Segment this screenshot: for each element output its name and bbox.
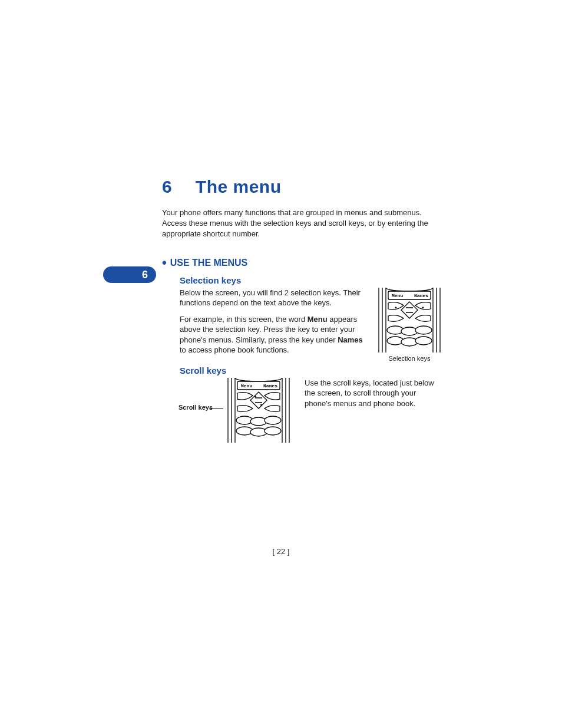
- scroll-keys-row: Scroll keys ✷ ✷: [162, 378, 445, 445]
- selection-keys-heading: Selection keys: [180, 275, 445, 285]
- svg-point-8: [415, 337, 432, 345]
- svg-point-6: [387, 337, 404, 345]
- svg-point-12: [236, 416, 253, 424]
- svg-point-5: [415, 326, 432, 334]
- svg-point-7: [401, 338, 418, 346]
- scroll-keys-text-column: Use the scroll keys, located just below …: [305, 378, 445, 415]
- phone-scroll-illustration: ✷ ✷ Menu Names: [223, 378, 294, 443]
- selection-keys-figure: ✷ ✷: [374, 288, 445, 362]
- figure-names-label: Names: [414, 293, 428, 298]
- intro-paragraph: Your phone offers many functions that ar…: [162, 207, 445, 240]
- selection-keys-text-column: Below the screen, you will find 2 select…: [180, 288, 363, 361]
- chapter-title-text: The menu: [196, 177, 282, 196]
- selection-keys-para-1: Below the screen, you will find 2 select…: [180, 288, 363, 308]
- scroll-keys-pointer-label: Scroll keys: [178, 404, 213, 411]
- scroll-keys-figure: ✷ ✷ Menu Names: [223, 378, 294, 445]
- section-heading-text: USE THE MENUS: [170, 258, 248, 268]
- scroll-keys-pointer-line: [209, 409, 223, 409]
- svg-point-14: [265, 416, 281, 424]
- chapter-side-tab: 6: [103, 266, 156, 283]
- selection-keys-row: Below the screen, you will find 2 select…: [180, 288, 445, 362]
- figure2-menu-label: Menu: [241, 383, 252, 388]
- selection-para2-post: to access phone book functions.: [180, 345, 289, 354]
- page-number: [ 22 ]: [273, 547, 290, 556]
- figure-menu-label: Menu: [392, 293, 403, 298]
- scroll-keys-pointer-label-col: Scroll keys: [162, 378, 213, 411]
- page-footer: [ 22 ]: [0, 547, 562, 556]
- page: 6 6 The menu Your phone offers many func…: [0, 0, 562, 728]
- svg-text:✷: ✷: [422, 305, 425, 310]
- svg-point-17: [265, 427, 281, 435]
- chapter-number: 6: [162, 177, 190, 197]
- selection-keys-para-2: For example, in this screen, the word Me…: [180, 314, 363, 355]
- svg-point-3: [387, 326, 404, 334]
- figure2-names-label: Names: [263, 383, 277, 388]
- svg-text:✷: ✷: [254, 394, 257, 399]
- svg-point-13: [250, 417, 267, 426]
- svg-text:✷: ✷: [395, 305, 398, 310]
- chapter-side-tab-number: 6: [142, 269, 148, 281]
- content-area: 6 The menu Your phone offers many functi…: [162, 177, 445, 445]
- svg-point-15: [236, 427, 253, 435]
- phone-keys-illustration: ✷ ✷: [374, 288, 445, 353]
- selection-para2-bold-menu: Menu: [308, 315, 328, 324]
- bullet-icon: •: [162, 255, 167, 270]
- scroll-keys-heading: Scroll keys: [180, 365, 445, 375]
- chapter-title: 6 The menu: [162, 177, 445, 197]
- svg-point-16: [250, 428, 267, 436]
- selection-para2-bold-names: Names: [338, 335, 363, 344]
- svg-point-4: [401, 327, 418, 335]
- scroll-keys-para: Use the scroll keys, located just below …: [305, 378, 445, 409]
- selection-para2-pre: For example, in this screen, the word: [180, 315, 308, 324]
- section-heading: •USE THE MENUS: [162, 255, 445, 271]
- selection-keys-caption: Selection keys: [374, 355, 445, 362]
